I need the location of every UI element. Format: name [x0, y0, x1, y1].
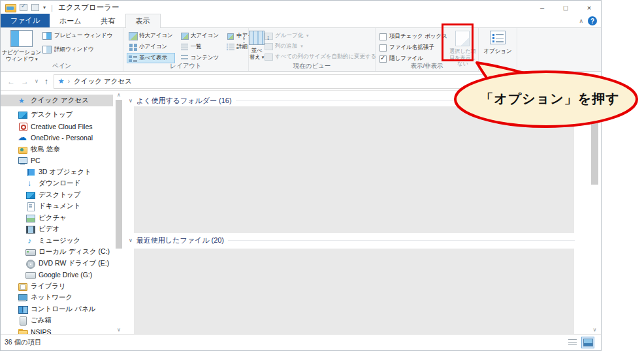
- show-hide-option-label: ファイル名拡張子: [389, 44, 434, 52]
- show-hide-option[interactable]: 項目チェック ボックス: [379, 33, 447, 40]
- close-button[interactable]: ×: [577, 1, 601, 14]
- checkbox-unchecked-icon[interactable]: [379, 33, 387, 40]
- sidebar-item[interactable]: ピクチャ: [1, 212, 113, 224]
- sidebar-item[interactable]: ミュージック: [1, 235, 113, 247]
- sidebar-item[interactable]: OneDrive - Personal: [1, 132, 113, 144]
- annotation-red-rectangle: [442, 23, 474, 61]
- group-title: 最近使用したファイル (20): [137, 236, 224, 245]
- up-icon[interactable]: ↑: [44, 77, 48, 86]
- sidebar-item-label: 牧島 悠奈: [31, 145, 60, 154]
- status-bar: 36 個の項目: [1, 334, 601, 350]
- document-icon: [25, 202, 35, 211]
- forward-icon[interactable]: →: [21, 77, 29, 86]
- group-divider: [228, 240, 575, 241]
- gallery-up-icon[interactable]: ▴: [243, 31, 246, 36]
- sidebar-item-label: ライブラリ: [31, 282, 66, 291]
- sidebar-item-label: Creative Cloud Files: [31, 123, 93, 130]
- breadcrumb-location[interactable]: クイック アクセス: [74, 77, 132, 86]
- preview-pane-button[interactable]: プレビュー ウィンドウ: [42, 32, 112, 40]
- quick-access-toolbar: ▾ | エクスプローラー: [5, 3, 120, 12]
- desktop-icon: [18, 110, 27, 119]
- dropdown-icon: ▾: [35, 57, 38, 61]
- options-button[interactable]: オプション: [479, 28, 517, 55]
- back-icon[interactable]: ←: [7, 77, 15, 86]
- tab-share[interactable]: 共有: [91, 14, 125, 27]
- details-pane-button[interactable]: 詳細ウィンドウ: [42, 46, 112, 53]
- recent-locations-icon[interactable]: ∨: [35, 78, 39, 84]
- sidebar-item[interactable]: デスクトップ: [1, 189, 113, 201]
- qat-properties-icon[interactable]: [20, 4, 27, 11]
- preview-pane-label: プレビュー ウィンドウ: [54, 32, 112, 40]
- group-header-recent-files[interactable]: ∨ 最近使用したファイル (20): [129, 236, 575, 245]
- sidebar-item[interactable]: ネットワーク: [1, 292, 113, 304]
- sidebar-item[interactable]: Creative Cloud Files: [1, 121, 113, 132]
- tab-view[interactable]: 表示: [125, 14, 161, 28]
- group-label-layout: レイアウト: [123, 62, 248, 70]
- current-view-item[interactable]: すべての列のサイズを自動的に変更する: [265, 53, 376, 61]
- sidebar-item[interactable]: DVD RW ドライブ (E:): [1, 258, 113, 269]
- sidebar-item[interactable]: ライブラリ: [1, 281, 113, 292]
- sidebar-item[interactable]: 3D オブジェクト: [1, 166, 113, 178]
- thumbnails-view-button[interactable]: [581, 337, 594, 348]
- sidebar-item[interactable]: ダウンロード: [1, 178, 113, 190]
- qat-new-folder-icon[interactable]: [31, 4, 39, 11]
- tab-home[interactable]: ホーム: [50, 14, 91, 27]
- sidebar-item[interactable]: コントロール パネル: [1, 303, 113, 315]
- content-view-icon: [180, 54, 189, 62]
- current-view-item[interactable]: 列の追加▾: [265, 42, 376, 50]
- items-count: 36 個の項目: [1, 338, 42, 347]
- checkbox-checked-icon[interactable]: [379, 55, 387, 63]
- layout-option-large-icons[interactable]: 大アイコン: [178, 31, 221, 41]
- screenshot-canvas: ▾ | エクスプローラー – □ × ファイル ホーム 共有 表示 ∧ ?: [0, 0, 644, 351]
- scrollbar-thumb[interactable]: [116, 100, 122, 249]
- sidebar-item-label: ごみ箱: [31, 316, 52, 325]
- gallery-more-icon[interactable]: ▾: [243, 42, 246, 49]
- large-icons-icon: [180, 32, 189, 40]
- sidebar-item[interactable]: Google Drive (G:): [1, 269, 113, 281]
- sidebar-scrollbar[interactable]: ∧ ∨: [114, 91, 123, 334]
- sidebar-item-label: ドキュメント: [39, 202, 80, 211]
- scroll-down-icon[interactable]: ∨: [590, 327, 600, 333]
- collapse-group-icon[interactable]: ∨: [129, 237, 133, 243]
- sidebar-item-label: ビデオ: [39, 224, 59, 234]
- sidebar-item[interactable]: ドキュメント: [1, 201, 113, 213]
- tab-file[interactable]: ファイル: [1, 14, 50, 27]
- layout-option-small-icons[interactable]: 小アイコン: [127, 42, 175, 52]
- layout-option-xl-icons[interactable]: 特大アイコン: [127, 31, 175, 41]
- sidebar-item[interactable]: ビデオ: [1, 224, 113, 236]
- layout-option-label: 特大アイコン: [139, 32, 173, 40]
- onedrive-icon: [18, 133, 27, 142]
- details-view-button[interactable]: [566, 337, 579, 348]
- disabled-icon: [265, 53, 273, 61]
- sidebar-item-label: NSIPS: [31, 328, 52, 334]
- library-icon: [18, 282, 27, 291]
- sidebar-item[interactable]: NSIPS: [1, 326, 113, 334]
- folder-icon: [18, 328, 27, 334]
- layout-option-list-view[interactable]: 一覧: [178, 42, 221, 52]
- details-pane-label: 詳細ウィンドウ: [54, 46, 94, 53]
- gallery-down-icon[interactable]: ▾: [243, 37, 246, 42]
- small-icons-icon: [129, 43, 138, 51]
- sidebar-item[interactable]: 牧島 悠奈: [1, 144, 113, 155]
- show-hide-option[interactable]: ファイル名拡張子: [379, 44, 447, 52]
- sidebar-item[interactable]: PC: [1, 155, 113, 167]
- help-icon[interactable]: ?: [588, 16, 597, 25]
- sidebar-item[interactable]: ごみ箱: [1, 315, 113, 327]
- minimize-button[interactable]: –: [530, 1, 554, 14]
- scroll-up-icon[interactable]: ∧: [114, 92, 123, 98]
- current-view-item[interactable]: グループ化▾: [265, 32, 376, 40]
- sidebar-item-label: デスクトップ: [39, 191, 80, 200]
- control-panel-icon: [18, 305, 27, 314]
- collapse-group-icon[interactable]: ∨: [129, 98, 133, 104]
- checkbox-unchecked-icon[interactable]: [379, 44, 387, 52]
- sidebar-item-label: コントロール パネル: [31, 305, 95, 314]
- sort-by-icon: [249, 31, 265, 45]
- maximize-button[interactable]: □: [554, 1, 577, 14]
- ribbon-collapse-icon[interactable]: ∧: [579, 18, 583, 24]
- scroll-down-icon[interactable]: ∨: [114, 327, 123, 333]
- group-title: よく使用するフォルダー (16): [137, 96, 232, 106]
- sidebar-item[interactable]: デスクトップ: [1, 110, 113, 121]
- sidebar-item[interactable]: クイック アクセス: [1, 95, 113, 106]
- qat-customize-dropdown-icon[interactable]: ▾: [43, 5, 46, 10]
- sidebar-item[interactable]: ローカル ディスク (C:): [1, 247, 113, 258]
